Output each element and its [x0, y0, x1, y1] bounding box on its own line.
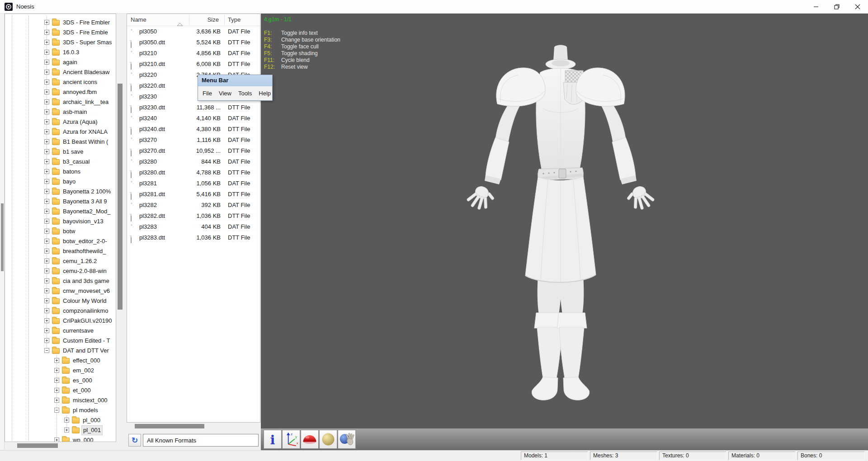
- tree-item[interactable]: es_000: [5, 376, 116, 386]
- menu-item-help[interactable]: Help: [259, 90, 271, 97]
- tree-item-label[interactable]: ancient icons: [61, 77, 99, 87]
- tree-item-label[interactable]: Bayonetta 2 100%: [61, 187, 112, 197]
- file-row[interactable]: pl3210.dtt6,008 KBDTT File: [127, 59, 260, 70]
- file-row[interactable]: pl30503,636 KBDAT File: [127, 26, 260, 37]
- file-name[interactable]: pl3281: [139, 178, 157, 189]
- tree-item[interactable]: 16.0.3: [5, 47, 116, 57]
- file-name[interactable]: pl3230: [139, 91, 157, 102]
- file-row[interactable]: pl32811,056 KBDAT File: [127, 178, 260, 189]
- tree-item[interactable]: Custom Edited - T: [5, 336, 116, 346]
- expand-toggle-icon[interactable]: [54, 358, 59, 363]
- tree-item-label[interactable]: batons: [61, 167, 82, 177]
- file-name[interactable]: pl3282: [139, 200, 157, 211]
- tree-item[interactable]: cemu_1.26.2: [5, 256, 116, 266]
- tree-item[interactable]: cmw_moveset_v6: [5, 286, 116, 296]
- file-name[interactable]: pl3220.dtt: [139, 80, 165, 91]
- restore-button[interactable]: [826, 0, 847, 14]
- expand-toggle-icon[interactable]: [44, 318, 49, 323]
- scrollbar-thumb[interactable]: [1, 203, 4, 271]
- tree-item[interactable]: batons: [5, 167, 116, 177]
- menu-item-view[interactable]: View: [219, 90, 231, 97]
- expand-toggle-icon[interactable]: [44, 119, 49, 124]
- expand-toggle-icon[interactable]: [44, 129, 49, 134]
- tree-item[interactable]: pl models: [5, 405, 116, 415]
- tree-item[interactable]: Azura (Aqua): [5, 117, 116, 127]
- file-name[interactable]: pl3220: [139, 70, 157, 80]
- tree-item[interactable]: effect_000: [5, 356, 116, 366]
- expand-toggle-icon[interactable]: [44, 219, 49, 224]
- file-row[interactable]: pl3230.dtt11,368 ...DTT File: [127, 102, 260, 113]
- tree-item[interactable]: em_002: [5, 366, 116, 376]
- expand-toggle-icon[interactable]: [44, 298, 49, 303]
- tree-item[interactable]: CriPakGUI.v20190: [5, 316, 116, 326]
- expand-toggle-icon[interactable]: [54, 368, 59, 373]
- expand-toggle-icon[interactable]: [44, 149, 49, 154]
- tree-item[interactable]: 3DS - Fire Emble: [5, 28, 116, 38]
- tree-item-label[interactable]: misctext_000: [71, 395, 109, 405]
- expand-toggle-icon[interactable]: [54, 378, 59, 383]
- tree-item-label[interactable]: breathofthewild_: [61, 246, 107, 256]
- tree-item[interactable]: Bayonetta 3 All 9: [5, 197, 116, 207]
- tree-item[interactable]: Azura for XNALA: [5, 127, 116, 137]
- format-filter-input[interactable]: [143, 434, 259, 447]
- tree-item[interactable]: 3DS - Fire Embler: [5, 18, 116, 28]
- minimize-button[interactable]: [806, 0, 826, 14]
- expand-toggle-icon[interactable]: [44, 249, 49, 254]
- file-name[interactable]: pl3280: [139, 156, 157, 167]
- expand-toggle-icon[interactable]: [44, 169, 49, 174]
- tree-item[interactable]: b1 save: [5, 147, 116, 157]
- tree-item-label[interactable]: annoyed.fbm: [61, 87, 98, 97]
- tree-item[interactable]: b3_casual: [5, 157, 116, 167]
- tree-item[interactable]: botw: [5, 226, 116, 236]
- tree-item[interactable]: compzonailinkmo: [5, 306, 116, 316]
- file-row[interactable]: pl32404,140 KBDAT File: [127, 113, 260, 124]
- expand-toggle-icon[interactable]: [44, 70, 49, 75]
- tree-item[interactable]: bayo: [5, 177, 116, 187]
- tree-horizontal-scrollbar[interactable]: [5, 442, 116, 449]
- file-list-horizontal-scrollbar[interactable]: [127, 423, 260, 430]
- expand-toggle-icon[interactable]: [44, 30, 49, 35]
- tree-item-label[interactable]: Bayonetta2_Mod_: [61, 207, 112, 216]
- expand-toggle-icon[interactable]: [44, 259, 49, 263]
- file-row[interactable]: pl32104,856 KBDAT File: [127, 48, 260, 59]
- column-divider[interactable]: [224, 15, 225, 25]
- tree-item-label[interactable]: et_000: [71, 386, 92, 395]
- tree-item-label[interactable]: cia and 3ds game: [61, 276, 111, 286]
- blend-button[interactable]: [338, 430, 356, 449]
- expand-toggle-icon[interactable]: [44, 229, 49, 234]
- expand-toggle-icon[interactable]: [44, 109, 49, 114]
- tree-item-label[interactable]: 3DS - Super Smas: [61, 38, 113, 47]
- tree-item-label[interactable]: pl_000: [81, 415, 102, 425]
- tree-item[interactable]: misctext_000: [5, 395, 116, 405]
- tree-item-label[interactable]: DAT and DTT Ver: [61, 346, 110, 356]
- column-header-size[interactable]: Size: [189, 14, 219, 26]
- collapse-toggle-icon[interactable]: [54, 408, 59, 413]
- expand-toggle-icon[interactable]: [44, 328, 49, 333]
- tree-item[interactable]: 3DS - Super Smas: [5, 38, 116, 47]
- expand-toggle-icon[interactable]: [44, 278, 49, 283]
- file-row[interactable]: pl3281.dtt5,416 KBDTT File: [127, 189, 260, 200]
- expand-toggle-icon[interactable]: [54, 437, 59, 442]
- scrollbar-thumb[interactable]: [135, 424, 204, 428]
- column-header-type[interactable]: Type: [228, 14, 241, 26]
- file-row[interactable]: pl3050.dtt5,524 KBDTT File: [127, 37, 260, 48]
- tree-item[interactable]: Bayonetta 2 100%: [5, 187, 116, 197]
- tree-item[interactable]: bayovision_v13: [5, 216, 116, 226]
- scrollbar-thumb[interactable]: [118, 84, 123, 310]
- tree-item[interactable]: wp_000: [5, 435, 116, 442]
- file-name[interactable]: pl3210: [139, 48, 157, 59]
- tree-item[interactable]: botw_editor_2-0-: [5, 236, 116, 246]
- tree-item-label[interactable]: again: [61, 57, 79, 67]
- info-button[interactable]: i: [264, 430, 282, 449]
- expand-toggle-icon[interactable]: [64, 418, 69, 423]
- file-name[interactable]: pl3280.dtt: [139, 167, 165, 178]
- file-row[interactable]: pl3280844 KBDAT File: [127, 156, 260, 167]
- file-name[interactable]: pl3230.dtt: [139, 102, 165, 113]
- file-name[interactable]: pl3282.dtt: [139, 211, 165, 221]
- tree-item-label[interactable]: effect_000: [71, 356, 101, 366]
- tree-vertical-scrollbar[interactable]: [116, 14, 124, 442]
- shading-button[interactable]: [319, 430, 337, 449]
- tree-item-label[interactable]: B1 Beast Within (: [61, 137, 109, 147]
- tree-item-label[interactable]: es_000: [71, 376, 94, 386]
- tree-item-label[interactable]: 16.0.3: [61, 47, 80, 57]
